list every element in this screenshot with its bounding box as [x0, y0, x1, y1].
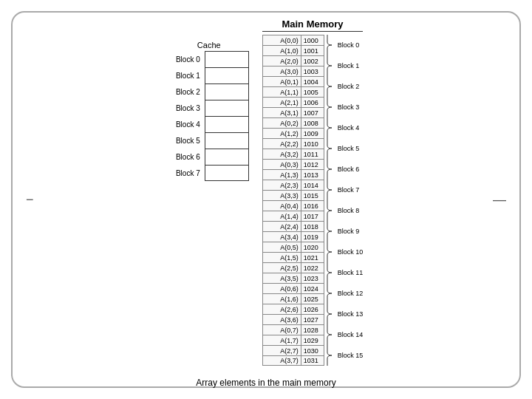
memory-array-cell: A(0,7): [262, 324, 301, 335]
memory-row: A(0,4)1016: [262, 200, 324, 211]
scroll-left-button[interactable]: −: [26, 192, 34, 208]
brace-icon: [326, 159, 335, 180]
cache-block-row: Block 6: [169, 149, 249, 165]
memory-address-cell: 1029: [301, 335, 324, 345]
memory-array-cell: A(2,5): [262, 262, 301, 273]
scroll-right-button[interactable]: —: [493, 192, 506, 208]
memory-block-label: Block 8: [338, 207, 360, 214]
memory-address-cell: 1009: [301, 128, 324, 138]
memory-row: A(1,0)1001: [262, 45, 324, 55]
brace-icon: [326, 117, 335, 138]
cache-block-cell: [205, 51, 249, 67]
memory-array-cell: A(1,0): [262, 45, 301, 55]
memory-block-group: Block 2: [326, 76, 364, 97]
memory-array-cell: A(0,5): [262, 242, 301, 252]
memory-block-label: Block 13: [338, 310, 364, 318]
memory-address-cell: 1022: [301, 262, 324, 273]
memory-block-label: Block 6: [338, 166, 360, 173]
memory-block-group: Block 1: [326, 55, 364, 76]
memory-row: A(3,0)1003: [262, 66, 324, 76]
memory-block-label: Block 1: [338, 62, 360, 69]
cache-block-cell: [205, 132, 249, 149]
cache-block-row: Block 7: [169, 165, 249, 181]
memory-title: Main Memory: [262, 18, 364, 32]
cache-block-label: Block 7: [169, 169, 200, 177]
memory-array-cell: A(2,1): [262, 97, 301, 107]
cache-block-cell: [205, 100, 249, 116]
memory-block-label: Block 10: [338, 248, 364, 256]
brace-icon: [326, 324, 335, 345]
memory-row: A(3,7)1031: [262, 355, 324, 366]
memory-table: A(0,0)1000A(1,0)1001A(2,0)1002A(3,0)1003…: [262, 35, 364, 366]
memory-row: A(1,1)1005: [262, 86, 324, 97]
memory-block-label: Block 14: [338, 331, 364, 338]
memory-array-cell: A(2,4): [262, 221, 301, 231]
memory-array-cell: A(3,0): [262, 66, 301, 76]
memory-row: A(3,1)1007: [262, 107, 324, 117]
memory-array-cell: A(0,0): [262, 35, 301, 45]
memory-array-cell: A(3,6): [262, 314, 301, 324]
caption: Array elements in the main memory: [196, 378, 335, 388]
memory-row: A(2,2)1010: [262, 138, 324, 149]
cache-block-row: Block 3: [169, 100, 249, 116]
memory-address-cell: 1012: [301, 159, 324, 169]
memory-row: A(1,2)1009: [262, 128, 324, 138]
memory-row: A(1,4)1017: [262, 211, 324, 221]
memory-address-cell: 1006: [301, 97, 324, 107]
memory-block-label: Block 0: [338, 41, 360, 49]
memory-address-cell: 1019: [301, 231, 324, 242]
memory-row: A(0,2)1008: [262, 117, 324, 128]
memory-cells: A(0,0)1000A(1,0)1001A(2,0)1002A(3,0)1003…: [262, 35, 324, 366]
memory-block-group: Block 11: [326, 262, 364, 283]
cache-block-cell: [205, 165, 249, 181]
memory-block-label: Block 12: [338, 290, 364, 297]
brace-icon: [326, 304, 335, 324]
memory-block-label: Block 5: [338, 145, 360, 152]
memory-array-cell: A(2,6): [262, 304, 301, 314]
memory-array-cell: A(1,4): [262, 211, 301, 221]
memory-array-cell: A(2,2): [262, 138, 301, 149]
memory-row: A(1,3)1013: [262, 169, 324, 180]
brace-icon: [326, 55, 335, 76]
cache-block-row: Block 5: [169, 132, 249, 149]
memory-row: A(2,4)1018: [262, 221, 324, 231]
memory-array-cell: A(3,3): [262, 190, 301, 200]
memory-address-cell: 1015: [301, 190, 324, 200]
memory-address-cell: 1010: [301, 138, 324, 149]
memory-row: A(2,1)1006: [262, 97, 324, 107]
memory-array-cell: A(2,0): [262, 55, 301, 66]
memory-array-cell: A(0,4): [262, 200, 301, 211]
memory-row: A(3,5)1023: [262, 273, 324, 283]
cache-label: Cache: [197, 41, 221, 50]
content-wrapper: Cache Block 0Block 1Block 2Block 3Block …: [132, 11, 400, 388]
memory-row: A(2,5)1022: [262, 262, 324, 273]
memory-row: A(0,5)1020: [262, 242, 324, 252]
main-content: Cache Block 0Block 1Block 2Block 3Block …: [132, 11, 400, 373]
memory-row: A(3,6)1027: [262, 314, 324, 324]
memory-address-cell: 1008: [301, 117, 324, 128]
memory-array-cell: A(0,2): [262, 117, 301, 128]
brace-icon: [326, 345, 335, 366]
memory-address-cell: 1025: [301, 293, 324, 304]
brace-icon: [326, 76, 335, 97]
memory-address-cell: 1018: [301, 221, 324, 231]
memory-address-cell: 1005: [301, 86, 324, 97]
memory-address-cell: 1002: [301, 55, 324, 66]
memory-array-cell: A(3,5): [262, 273, 301, 283]
memory-row: A(1,7)1029: [262, 335, 324, 345]
memory-block-group: Block 10: [326, 242, 364, 262]
brace-icon: [326, 35, 335, 55]
memory-block-group: Block 9: [326, 221, 364, 242]
brace-icon: [326, 262, 335, 283]
memory-address-cell: 1013: [301, 169, 324, 180]
cache-block-label: Block 5: [169, 137, 200, 145]
cache-block-cell: [205, 67, 249, 83]
memory-array-cell: A(0,3): [262, 159, 301, 169]
memory-address-cell: 1026: [301, 304, 324, 314]
memory-row: A(0,3)1012: [262, 159, 324, 169]
cache-section: Cache Block 0Block 1Block 2Block 3Block …: [169, 41, 249, 181]
memory-array-cell: A(0,1): [262, 76, 301, 86]
memory-block-label: Block 7: [338, 186, 360, 194]
memory-block-group: Block 5: [326, 138, 364, 159]
memory-address-cell: 1024: [301, 283, 324, 293]
